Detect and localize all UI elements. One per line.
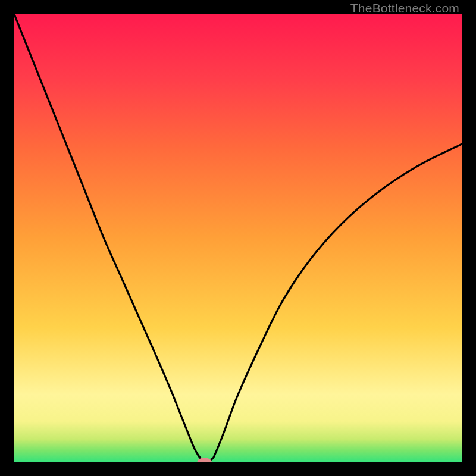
watermark-text: TheBottleneck.com [350,1,459,15]
bottleneck-chart [14,14,462,462]
chart-frame [14,14,462,462]
